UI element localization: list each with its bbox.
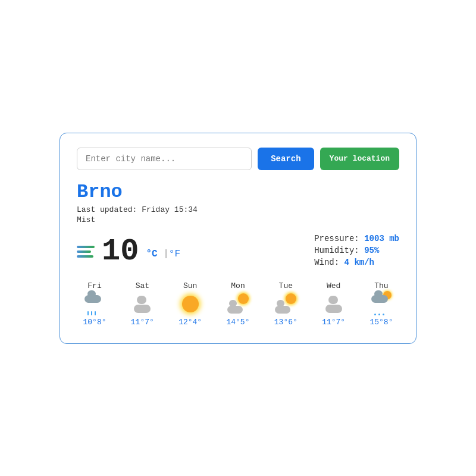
last-updated: Last updated: Friday 15:34: [77, 205, 399, 214]
forecast-day: Wed 11°7°: [316, 281, 352, 327]
day-icon: [227, 293, 249, 315]
search-row: Search Your location: [77, 148, 399, 170]
rain-drop: [87, 311, 89, 315]
snow-drop: [374, 314, 376, 315]
day-temps: 14°5°: [226, 318, 249, 327]
sc-sun: [238, 293, 249, 304]
sun-icon: [182, 296, 199, 312]
temp-units: °C |°F: [146, 249, 180, 259]
snow-cloud-icon: [371, 293, 392, 315]
search-button[interactable]: Search: [258, 148, 314, 170]
sc-cloud: [275, 306, 290, 314]
condition: Mist: [77, 215, 399, 224]
cloud-icon: [325, 300, 342, 308]
day-temps: 15°8°: [369, 318, 393, 327]
snow-drop: [378, 314, 380, 315]
sun-cloud-icon: [275, 293, 296, 315]
day-icon: [322, 293, 345, 315]
wind-line-2: [77, 250, 91, 253]
pressure-line: Pressure: 1003 mb: [314, 234, 399, 243]
temp-area: 10 °C |°F: [77, 234, 180, 269]
stats-area: Pressure: 1003 mb Humidity: 95% Wind: 4 …: [314, 234, 399, 270]
wind-line-3: [77, 255, 93, 258]
humidity-val: 95%: [364, 246, 379, 255]
search-input[interactable]: [77, 148, 252, 170]
forecast-day: Sun 12°4°: [173, 281, 208, 327]
day-label: Fri: [87, 281, 101, 290]
snow-drop: [383, 314, 384, 315]
day-label: Sun: [183, 281, 197, 290]
day-label: Sat: [136, 281, 149, 290]
cloud-icon: [134, 300, 151, 308]
snc-drops: [374, 314, 384, 315]
day-icon: [131, 293, 154, 315]
weather-card: Search Your location Brno Last updated: …: [60, 133, 416, 344]
forecast-day: Mon 14°5°: [220, 281, 256, 327]
day-label: Tue: [279, 281, 293, 290]
cloud-base: [325, 305, 342, 313]
wind-icon: [77, 246, 95, 258]
forecast-day: Tue 13°6°: [268, 281, 303, 327]
temp-sep: |: [158, 249, 169, 259]
pressure-label: Pressure:: [314, 234, 359, 243]
day-label: Wed: [327, 281, 340, 290]
city-name: Brno: [77, 181, 123, 203]
day-temps: 11°7°: [131, 318, 154, 327]
wind-line-stat: Wind: 4 km/h: [314, 258, 399, 267]
humidity-line: Humidity: 95%: [314, 246, 399, 255]
temperature-value: 10: [102, 234, 139, 269]
your-location-button[interactable]: Your location: [320, 148, 399, 170]
snc-cloud: [371, 295, 388, 303]
weather-main: 10 °C |°F Pressure: 1003 mb Humidity: 95…: [77, 234, 399, 270]
rc-rain: [87, 311, 96, 315]
fahrenheit-label[interactable]: °F: [169, 249, 180, 259]
wind-line-1: [77, 246, 95, 248]
day-icon: [179, 293, 202, 315]
day-temps: 11°7°: [322, 318, 345, 327]
humidity-label: Humidity:: [314, 246, 359, 255]
city-row: Brno: [77, 181, 399, 203]
cloud-bump: [137, 296, 146, 304]
cloud-base: [134, 305, 151, 313]
sc-cloud: [227, 306, 243, 314]
day-icon: [83, 293, 106, 315]
rain-drop: [91, 311, 92, 315]
forecast-row: Fri 10°8° Sat 11°7° Sun 12°4° Mon 14°5: [77, 281, 399, 327]
cloud-bump: [328, 296, 338, 304]
celsius-label[interactable]: °C: [146, 249, 157, 259]
wind-val: 4 km/h: [345, 258, 374, 267]
forecast-day: Thu 15°8°: [364, 281, 399, 327]
forecast-day: Fri 10°8°: [77, 281, 112, 327]
day-label: Thu: [374, 281, 388, 290]
rc-cloud: [84, 295, 101, 303]
forecast-day: Sat 11°7°: [124, 281, 160, 327]
day-label: Mon: [231, 281, 245, 290]
day-temps: 12°4°: [178, 318, 202, 327]
rain-cloud-icon: [84, 293, 105, 315]
day-icon: [274, 293, 297, 315]
day-icon: [370, 293, 393, 315]
rain-drop: [95, 311, 96, 315]
sc-sun: [286, 293, 296, 304]
pressure-val: 1003 mb: [364, 234, 399, 243]
day-temps: 10°8°: [83, 318, 106, 327]
wind-label: Wind:: [314, 258, 339, 267]
sun-cloud-icon: [227, 293, 249, 315]
day-temps: 13°6°: [274, 318, 298, 327]
